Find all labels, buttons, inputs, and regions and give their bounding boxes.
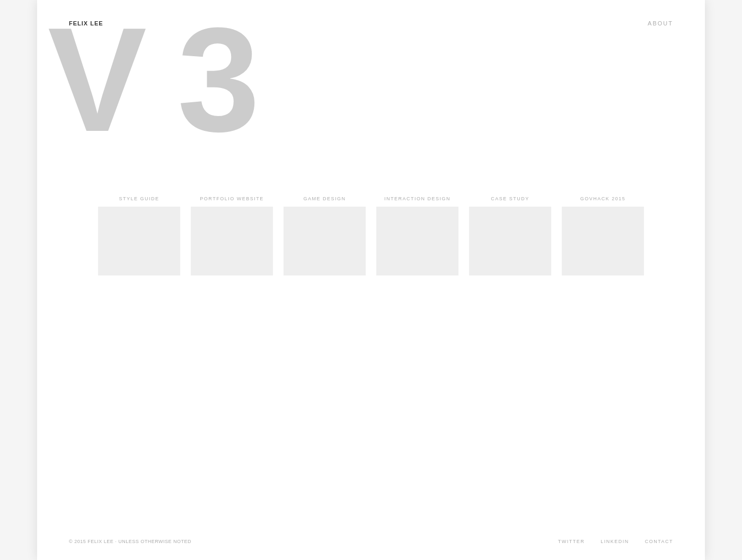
portfolio-item-game-design[interactable]: GAME DESIGN (284, 196, 366, 275)
portfolio-item-label: CASE STUDY (491, 196, 529, 201)
portfolio-item-label: INTERACTION DESIGN (384, 196, 450, 201)
portfolio-item-thumb (562, 207, 644, 275)
portfolio-item-govhack-2015[interactable]: GOVHACK 2015 (562, 196, 644, 275)
portfolio-item-thumb (284, 207, 366, 275)
footer: © 2015 FELIX LEE · UNLESS OTHERWISE NOTE… (37, 539, 705, 544)
portfolio-item-label: STYLE GUIDE (119, 196, 159, 201)
portfolio-item-case-study[interactable]: CASE STUDY (469, 196, 551, 275)
portfolio-section: STYLE GUIDE PORTFOLIO WEBSITE GAME DESIG… (37, 26, 705, 275)
portfolio-grid: STYLE GUIDE PORTFOLIO WEBSITE GAME DESIG… (101, 196, 641, 275)
portfolio-item-interaction-design[interactable]: INTERACTION DESIGN (376, 196, 458, 275)
footer-links: TWITTER LINKEDIN CONTACT (558, 539, 673, 544)
portfolio-item-thumb (376, 207, 458, 275)
portfolio-item-label: PORTFOLIO WEBSITE (200, 196, 263, 201)
logo: FELIX LEE (69, 20, 103, 26)
nav-about[interactable]: ABOUT (648, 20, 673, 26)
page-wrapper: FELIX LEE ABOUT V 3 STYLE GUIDE PORTFOLI… (37, 0, 705, 560)
portfolio-item-label: GOVHACK 2015 (580, 196, 626, 201)
footer-link-contact[interactable]: CONTACT (645, 539, 673, 544)
footer-link-linkedin[interactable]: LINKEDIN (600, 539, 629, 544)
portfolio-item-thumb (191, 207, 273, 275)
portfolio-item-style-guide[interactable]: STYLE GUIDE (98, 196, 180, 275)
portfolio-item-label: GAME DESIGN (303, 196, 346, 201)
portfolio-item-thumb (98, 207, 180, 275)
portfolio-item-thumb (469, 207, 551, 275)
portfolio-item-portfolio-website[interactable]: PORTFOLIO WEBSITE (191, 196, 273, 275)
footer-copyright: © 2015 FELIX LEE · UNLESS OTHERWISE NOTE… (69, 539, 191, 544)
footer-link-twitter[interactable]: TWITTER (558, 539, 585, 544)
